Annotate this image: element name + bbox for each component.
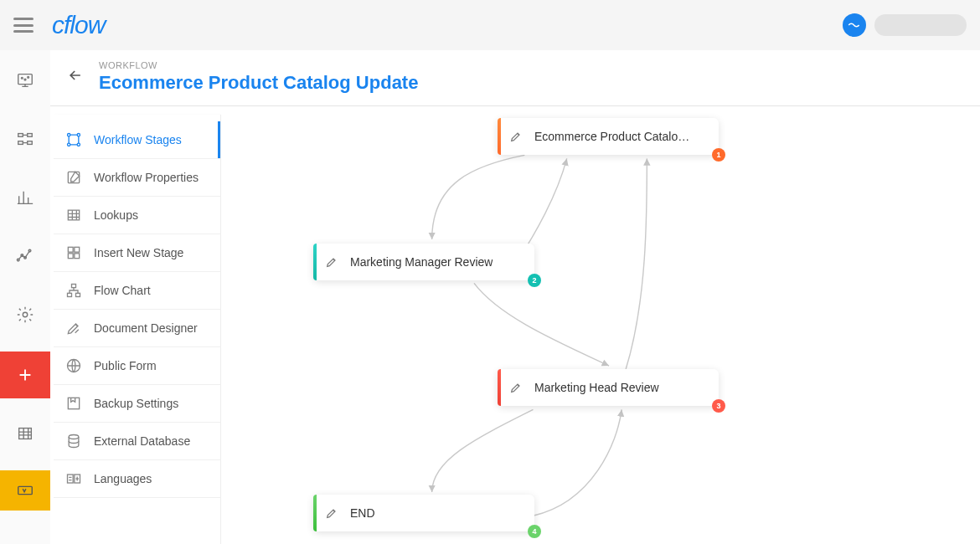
sidebar: Workflow StagesWorkflow PropertiesLookup… — [54, 115, 221, 544]
rail-dashboard-icon[interactable] — [0, 65, 50, 95]
stage-label: Marketing Manager Review — [350, 255, 493, 269]
app-switcher-icon[interactable] — [843, 13, 866, 37]
svg-point-17 — [68, 143, 70, 146]
rail-settings-icon[interactable] — [0, 300, 50, 330]
sidebar-item-languages[interactable]: Languages — [54, 460, 220, 498]
pencil-icon — [325, 255, 338, 269]
hamburger-menu[interactable] — [13, 18, 34, 33]
svg-point-30 — [69, 435, 79, 439]
stage-number-badge: 2 — [528, 274, 541, 287]
svg-rect-21 — [68, 247, 73, 252]
sidebar-item-workflow-properties[interactable]: Workflow Properties — [54, 159, 220, 197]
stage-node-2[interactable]: Marketing Manager Review 2 — [313, 244, 534, 280]
rail-ticket-icon[interactable] — [0, 470, 50, 511]
rail-trends-icon[interactable] — [0, 241, 50, 271]
sidebar-item-label: Languages — [94, 472, 152, 485]
svg-point-2 — [24, 79, 26, 80]
search-placeholder[interactable] — [874, 14, 967, 36]
breadcrumb: WORKFLOW — [99, 60, 418, 70]
svg-rect-24 — [75, 254, 80, 259]
svg-rect-25 — [72, 285, 76, 288]
stage-number-badge: 4 — [528, 525, 541, 538]
sidebar-item-label: Flow Chart — [94, 284, 151, 297]
pencil-icon — [509, 381, 523, 394]
sidebar-item-label: Lookups — [94, 208, 138, 222]
pencil-icon — [509, 130, 523, 143]
svg-rect-20 — [68, 210, 79, 220]
sidebar-item-external-database[interactable]: External Database — [54, 423, 220, 460]
sidebar-item-backup-settings[interactable]: Backup Settings — [54, 385, 220, 423]
stage-label: END — [350, 506, 375, 520]
rail-analytics-icon[interactable] — [0, 182, 50, 213]
pencil-icon — [325, 506, 338, 520]
svg-rect-23 — [68, 254, 73, 259]
back-button[interactable] — [67, 67, 84, 87]
svg-rect-6 — [18, 141, 23, 145]
svg-point-12 — [23, 312, 28, 317]
sidebar-item-label: Workflow Properties — [94, 171, 199, 184]
stage-label: Marketing Head Review — [534, 381, 659, 394]
svg-point-8 — [17, 259, 19, 261]
rail-add-button[interactable] — [0, 352, 50, 398]
flow-canvas[interactable]: Ecommerce Product Catalog Up… 1 Marketin… — [221, 106, 980, 544]
sidebar-item-label: External Database — [94, 434, 190, 448]
svg-rect-4 — [18, 134, 23, 137]
sidebar-item-lookups[interactable]: Lookups — [54, 197, 220, 234]
sidebar-item-insert-new-stage[interactable]: Insert New Stage — [54, 234, 220, 272]
rail-workflow-icon[interactable] — [0, 124, 50, 154]
svg-rect-31 — [68, 475, 74, 483]
page-title: Ecommerce Product Catalog Update — [99, 72, 418, 94]
sidebar-item-document-designer[interactable]: Document Designer — [54, 310, 220, 347]
logo: cflow — [52, 11, 105, 39]
svg-point-15 — [68, 134, 70, 136]
svg-rect-13 — [19, 429, 32, 439]
sidebar-item-label: Backup Settings — [94, 397, 178, 410]
svg-point-1 — [21, 77, 23, 79]
stage-label: Ecommerce Product Catalog Up… — [534, 130, 690, 143]
sidebar-item-workflow-stages[interactable]: Workflow Stages — [54, 121, 220, 159]
svg-rect-5 — [28, 134, 33, 137]
sidebar-item-label: Document Designer — [94, 321, 198, 335]
sidebar-item-label: Public Form — [94, 359, 157, 372]
page-header: WORKFLOW Ecommerce Product Catalog Updat… — [50, 50, 980, 106]
svg-rect-26 — [68, 293, 72, 296]
svg-rect-7 — [28, 141, 33, 145]
stage-number-badge: 3 — [712, 399, 725, 413]
svg-rect-27 — [76, 293, 80, 296]
icon-rail — [0, 50, 50, 544]
svg-point-18 — [77, 143, 80, 146]
sidebar-item-label: Workflow Stages — [94, 133, 182, 146]
sidebar-item-label: Insert New Stage — [94, 246, 183, 259]
stage-node-4[interactable]: END 4 — [313, 495, 534, 531]
flow-arrows — [221, 106, 980, 544]
sidebar-item-public-form[interactable]: Public Form — [54, 347, 220, 385]
sidebar-item-flow-chart[interactable]: Flow Chart — [54, 272, 220, 310]
stage-node-1[interactable]: Ecommerce Product Catalog Up… 1 — [498, 118, 719, 155]
svg-point-3 — [28, 76, 29, 78]
stage-number-badge: 1 — [712, 148, 725, 162]
rail-table-icon[interactable] — [0, 418, 50, 449]
svg-rect-29 — [68, 398, 79, 408]
svg-point-16 — [77, 134, 80, 136]
stage-node-3[interactable]: Marketing Head Review 3 — [498, 369, 719, 406]
svg-rect-22 — [75, 247, 80, 252]
